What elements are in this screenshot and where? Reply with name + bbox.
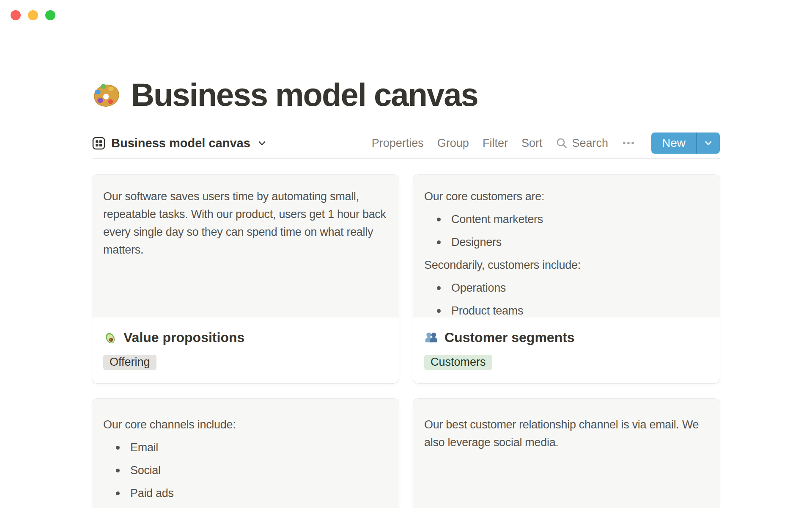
card-customer-segments[interactable]: Our core customers are: Content marketer… bbox=[413, 175, 720, 383]
sort-button[interactable]: Sort bbox=[521, 137, 543, 150]
avocado-emoji-icon bbox=[103, 331, 117, 345]
filter-button[interactable]: Filter bbox=[483, 137, 508, 150]
card-preview: Our core customers are: Content marketer… bbox=[413, 175, 720, 318]
bullet-list-item: Designers bbox=[424, 233, 709, 251]
card-preview: Our core channels include: Email Social … bbox=[92, 399, 399, 508]
view-name: Business model canvas bbox=[111, 136, 250, 150]
bullet-list-item: Paid ads bbox=[103, 484, 388, 502]
bullet-list-item: Social bbox=[103, 461, 388, 479]
bullet-list-item: Operations bbox=[424, 279, 709, 297]
palette-emoji-icon[interactable] bbox=[92, 80, 121, 109]
card-preview-paragraph: Our core channels include: bbox=[103, 416, 388, 433]
ellipsis-icon bbox=[623, 141, 634, 145]
search-label: Search bbox=[572, 137, 608, 150]
properties-button[interactable]: Properties bbox=[372, 137, 424, 150]
toolbar-actions: Properties Group Filter Sort Search bbox=[372, 133, 720, 154]
card-preview-paragraph: Secondarily, customers include: bbox=[424, 256, 709, 274]
minimize-window-button[interactable] bbox=[28, 10, 38, 20]
tag-offering: Offering bbox=[103, 355, 156, 370]
window-controls bbox=[11, 10, 55, 20]
card-value-propositions[interactable]: Our software saves users time by automat… bbox=[92, 175, 399, 383]
card-footer: Value propositions Offering bbox=[92, 318, 399, 383]
busts-in-silhouette-emoji-icon bbox=[424, 331, 438, 345]
close-window-button[interactable] bbox=[11, 10, 21, 20]
view-toolbar: Business model canvas Properties Group F… bbox=[92, 135, 720, 159]
card-title: Customer segments bbox=[444, 330, 575, 345]
search-icon bbox=[556, 137, 568, 149]
card-title: Value propositions bbox=[123, 330, 244, 345]
more-options-button[interactable] bbox=[622, 141, 635, 145]
page-content: Business model canvas Business model can… bbox=[92, 75, 720, 508]
card-preview-paragraph: Our core customers are: bbox=[424, 188, 709, 205]
bullet-list-item: Email bbox=[103, 439, 388, 456]
new-button[interactable]: New bbox=[651, 133, 696, 154]
group-button[interactable]: Group bbox=[437, 137, 469, 150]
card-customer-relationships[interactable]: Our best customer relationship channel i… bbox=[413, 399, 720, 508]
bullet-list-item: Product teams bbox=[424, 302, 709, 318]
bullet-list-item: Content marketers bbox=[424, 210, 709, 228]
new-button-dropdown[interactable] bbox=[697, 133, 720, 154]
page-title: Business model canvas bbox=[131, 75, 478, 114]
page-header: Business model canvas bbox=[92, 75, 720, 114]
gallery-view: Our software saves users time by automat… bbox=[92, 175, 720, 508]
card-preview: Our best customer relationship channel i… bbox=[413, 399, 720, 508]
gallery-view-icon bbox=[92, 137, 105, 150]
card-preview-paragraph: Our software saves users time by automat… bbox=[103, 188, 388, 259]
card-channels[interactable]: Our core channels include: Email Social … bbox=[92, 399, 399, 508]
card-footer: Customer segments Customers bbox=[413, 318, 720, 383]
card-preview-paragraph: Our best customer relationship channel i… bbox=[424, 416, 709, 451]
search-button[interactable]: Search bbox=[556, 137, 608, 150]
chevron-down-icon bbox=[256, 138, 267, 148]
tag-customers: Customers bbox=[424, 355, 492, 370]
zoom-window-button[interactable] bbox=[45, 10, 55, 20]
new-button-group: New bbox=[651, 133, 720, 154]
view-selector[interactable]: Business model canvas bbox=[92, 136, 267, 150]
chevron-down-icon bbox=[704, 139, 713, 147]
card-preview: Our software saves users time by automat… bbox=[92, 175, 399, 318]
